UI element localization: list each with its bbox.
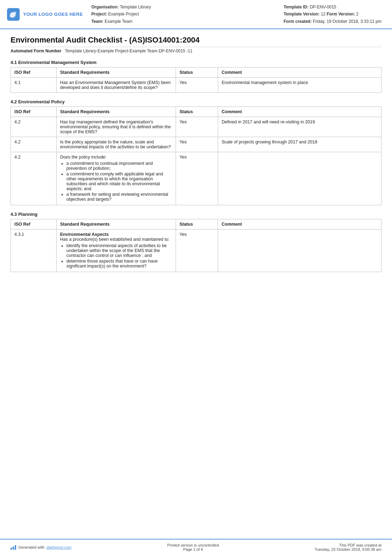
project-value: Example Project [108,12,139,17]
header: YOUR LOGO GOES HERE Organisation: Templa… [0,0,392,29]
list-item: a framework for setting and reviewing en… [66,192,172,202]
col-header-iso-ref: ISO Ref [11,219,57,230]
sections-container: 4.1 Environmental Management SystemISO R… [11,60,381,272]
pdf-date: Tuesday, 23 October 2018, 9:00:38 am [315,547,381,551]
list-item: identify the environmental aspects of ac… [66,243,172,258]
page-label: Page 1 of 6 [167,547,219,551]
section-title-section-4-1: 4.1 Environmental Management System [11,60,381,65]
footer: Generated with dashpivot.com Printed ver… [0,539,392,555]
requirement-cell: Does the policy include:a commitment to … [57,152,176,205]
comment-cell: Environmental management system in place [218,78,381,93]
form-created-row: Form created: Friday, 19 October 2018, 3… [283,18,381,25]
requirement-cell: Has an Environmental Management System (… [57,78,176,93]
org-value: Template Library [120,5,151,9]
table-row: 4.2Has top management defined the organi… [11,117,381,137]
generated-label: Generated with [18,545,45,549]
table-row: 4.1Has an Environmental Management Syste… [11,78,381,93]
requirement-bold: Environmental Aspects [60,232,109,237]
table-row: 4.2Is the policy appropriate to the natu… [11,137,381,152]
logo-icon [7,8,20,21]
logo-area: YOUR LOGO GOES HERE [7,4,84,25]
form-created-value: Friday, 19 October 2018, 3:33:11 pm [313,19,381,24]
requirement-list: a commitment to continual improvement an… [60,161,172,202]
table-section-4-1: ISO RefStandard RequirementsStatusCommen… [11,67,381,93]
form-version-value: 2 [356,12,359,17]
comment-cell: Defined in 2017 and will need re-visitin… [218,117,381,137]
iso-ref-cell: 4.1 [11,78,57,93]
col-header-comment: Comment [218,107,381,117]
table-section-4-2: ISO RefStandard RequirementsStatusCommen… [11,107,381,205]
org-label: Organisation: [91,5,119,9]
list-item: a commitment to comply with applicable l… [66,172,172,191]
template-version-label: Template Version: [283,12,319,17]
project-row: Project: Example Project [91,11,276,18]
status-cell: Yes [176,137,218,152]
iso-ref-cell: 4.2 [11,152,57,205]
pdf-label: This PDF was created at [315,543,381,547]
requirement-cell: Environmental AspectsHas a procedure(s) … [57,230,176,272]
section-title-section-4-2: 4.2 Environmental Policy [11,99,381,104]
form-number-value: Template Library-Example Project-Example… [65,49,192,53]
table-section-4-3: ISO RefStandard RequirementsStatusCommen… [11,219,381,272]
col-header-comment: Comment [218,219,381,230]
bar-2 [13,547,14,550]
col-header-iso-ref: ISO Ref [11,107,57,117]
project-label: Project: [91,12,107,17]
col-header-status: Status [176,107,218,117]
dashpivot-link[interactable]: dashpivot.com [47,545,72,549]
comment-cell [218,152,381,205]
table-row: 4.2Does the policy include:a commitment … [11,152,381,205]
version-row: Template Version: 12 Form Version: 2 [283,11,381,18]
comment-cell: Scale of projects growing through 2017 a… [218,137,381,152]
col-header-iso-ref: ISO Ref [11,67,57,78]
status-cell: Yes [176,78,218,93]
printed-label: Printed version is uncontrolled [167,543,219,547]
page: YOUR LOGO GOES HERE Organisation: Templa… [0,0,392,555]
bar-3 [15,545,16,550]
team-value: Example Team [105,19,132,24]
logo-text: YOUR LOGO GOES HERE [23,12,83,17]
bar-1 [11,548,12,550]
requirement-cell: Has top management defined the organisat… [57,117,176,137]
col-header-status: Status [176,219,218,230]
org-row: Organisation: Template Library [91,4,276,11]
comment-cell [218,230,381,272]
form-created-label: Form created: [283,19,312,24]
template-version-value: 12 [321,12,325,17]
iso-ref-cell: 4.2 [11,117,57,137]
col-header-standard-requirements: Standard Requirements [57,67,176,78]
col-header-standard-requirements: Standard Requirements [57,107,176,117]
iso-ref-cell: 4.3.1 [11,230,57,272]
header-meta: Organisation: Template Library Project: … [91,4,276,25]
list-item: a commitment to continual improvement an… [66,161,172,171]
col-header-status: Status [176,67,218,78]
template-id-row: Template ID: DP-ENV-0015 [283,4,381,11]
main-content: Environmental Audit Checklist - (AS)ISO1… [0,29,392,539]
status-cell: Yes [176,230,218,272]
footer-left: Generated with dashpivot.com [11,545,72,550]
template-id-value: DP-ENV-0015 [310,5,336,9]
team-row: Team: Example Team [91,18,276,25]
team-label: Team: [91,19,103,24]
table-row: 4.3.1Environmental AspectsHas a procedur… [11,230,381,272]
header-right: Template ID: DP-ENV-0015 Template Versio… [283,4,381,25]
status-cell: Yes [176,117,218,137]
svg-point-1 [13,12,16,14]
iso-ref-cell: 4.2 [11,137,57,152]
form-version-label: Form Version: [327,12,355,17]
footer-logo-bars [11,545,16,550]
status-cell: Yes [176,152,218,205]
template-id-label: Template ID: [283,5,308,9]
footer-logo [11,545,16,550]
requirement-cell: Is the policy appropriate to the nature,… [57,137,176,152]
form-number-label: Automated Form Number [11,49,61,53]
section-title-section-4-3: 4.3 Planning [11,212,381,217]
document-title: Environmental Audit Checklist - (AS)ISO1… [11,36,381,47]
footer-center: Printed version is uncontrolled Page 1 o… [167,543,219,551]
list-item: determine those aspects that have or can… [66,259,172,269]
form-number-row: Automated Form Number Template Library-E… [11,49,381,53]
footer-right: This PDF was created at Tuesday, 23 Octo… [315,543,381,551]
col-header-standard-requirements: Standard Requirements [57,219,176,230]
requirement-list: identify the environmental aspects of ac… [60,243,172,269]
col-header-comment: Comment [218,67,381,78]
